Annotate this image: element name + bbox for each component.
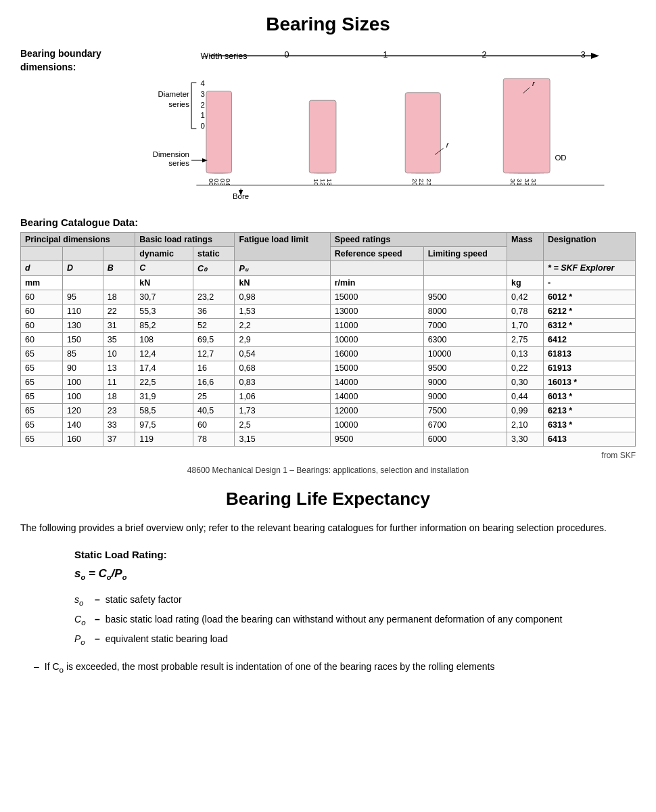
unit-rpm: r/min <box>330 276 423 290</box>
col-header-principal: Principal dimensions <box>21 233 135 247</box>
col-label-skf: * = SKF Explorer <box>544 261 636 276</box>
bearing-diagram: Width series → 0 1 2 3 Diameter series <box>135 47 636 210</box>
unit-rpm-lim <box>423 276 507 290</box>
col-sub-ref-speed: Reference speed <box>330 247 423 261</box>
svg-text:3: 3 <box>201 90 205 98</box>
course-note: 48600 Mechanical Design 1 – Bearings: ap… <box>20 466 636 475</box>
unit-kN-C0 <box>193 276 234 290</box>
static-load-heading: Static Load Rating: <box>74 549 636 560</box>
col-sub-d <box>21 247 63 261</box>
life-title: Bearing Life Expectancy <box>20 489 636 510</box>
col-label-d: d <box>21 261 63 276</box>
table-row: 651001831,9251,061400090000,446013 * <box>21 390 636 404</box>
col-label-refspeed <box>330 261 423 276</box>
col-header-load: Basic load ratings <box>135 233 235 247</box>
svg-text:OD: OD <box>555 154 566 162</box>
unit-kN-Pu: kN <box>235 276 330 290</box>
svg-rect-40 <box>503 78 550 173</box>
life-intro: The following provides a brief overview … <box>20 520 636 535</box>
svg-text:Dimension: Dimension <box>153 150 189 158</box>
svg-text:1: 1 <box>383 50 388 60</box>
unit-mm-d: mm <box>21 276 63 290</box>
table-row: 651202358,540,51,731200075000,996213 * <box>21 404 636 418</box>
table-row: 60951830,723,20,981500095000,426012 * <box>21 290 636 304</box>
svg-text:series: series <box>168 159 189 167</box>
svg-text:0: 0 <box>284 50 289 60</box>
col-header-designation: Designation <box>544 233 636 261</box>
svg-text:2: 2 <box>201 101 205 109</box>
svg-text:r: r <box>446 141 450 149</box>
conclusion-point: – If Co is exceeded, the most probable r… <box>20 659 636 676</box>
col-label-C0: C₀ <box>193 261 234 276</box>
source-note: from SKF <box>20 451 636 460</box>
bearing-boundary-label: Bearing boundary dimensions: <box>20 47 128 74</box>
svg-text:series: series <box>168 100 189 108</box>
table-row: 651001122,516,60,831400090000,3016013 * <box>21 376 636 390</box>
table-row: 601303185,2522,21100070001,706312 * <box>21 319 636 333</box>
svg-rect-20 <box>206 91 232 173</box>
unit-kg: kg <box>507 276 544 290</box>
formula-display: so = Co/Po <box>74 567 636 581</box>
svg-text:2: 2 <box>482 50 487 60</box>
col-sub-lim-speed: Limiting speed <box>423 247 507 261</box>
table-row: 651403397,5602,51000067002,106313 * <box>21 418 636 432</box>
col-label-D: D <box>63 261 103 276</box>
svg-rect-33 <box>405 93 440 173</box>
svg-rect-27 <box>309 100 336 173</box>
col-header-mass: Mass <box>507 233 544 261</box>
col-sub-B <box>103 247 135 261</box>
svg-text:3: 3 <box>581 50 586 60</box>
col-label-B: B <box>103 261 135 276</box>
col-header-speed: Speed ratings <box>330 233 507 247</box>
table-row: 601102255,3361,531300080000,786212 * <box>21 304 636 319</box>
svg-text:0: 0 <box>201 122 205 130</box>
bearing-table: Principal dimensions Basic load ratings … <box>20 232 636 447</box>
svg-text:Diameter: Diameter <box>158 90 189 98</box>
table-row: 6516037119783,15950060003,306413 <box>21 432 636 447</box>
svg-text:4: 4 <box>201 79 206 87</box>
unit-mm-D <box>63 276 103 290</box>
col-label-mass <box>507 261 544 276</box>
col-sub-dynamic: dynamic <box>135 247 193 261</box>
table-row: 601503510869,52,91000063002,756412 <box>21 333 636 347</box>
col-label-C: C <box>135 261 193 276</box>
unit-mm-B <box>103 276 135 290</box>
col-label-limspeed <box>423 261 507 276</box>
unit-kN-C: kN <box>135 276 193 290</box>
bearing-diagram-svg: Width series → 0 1 2 3 Diameter series <box>135 47 636 210</box>
col-label-Pu: Pᵤ <box>235 261 330 276</box>
catalogue-heading: Bearing Catalogue Data: <box>20 217 636 228</box>
col-header-fatigue: Fatigue load limit <box>235 233 330 261</box>
page-main-title: Bearing Sizes <box>20 14 636 35</box>
bullet-item-so: so – static safety factor <box>74 593 636 608</box>
table-row: 65901317,4160,681500095000,2261913 <box>21 361 636 376</box>
bullet-item-po: Po – equivalent static bearing load <box>74 632 636 648</box>
table-row: 65851012,412,70,5416000100000,1361813 <box>21 347 636 361</box>
bullet-item-co: Co – basic static load rating (load the … <box>74 612 636 628</box>
unit-dash: - <box>544 276 636 290</box>
svg-text:1: 1 <box>201 111 205 119</box>
bullet-list: so – static safety factor Co – basic sta… <box>74 593 636 648</box>
bearing-boundary-section: Bearing boundary dimensions: Width serie… <box>20 47 636 210</box>
col-sub-static: static <box>193 247 234 261</box>
col-sub-D <box>63 247 103 261</box>
svg-text:→: → <box>201 51 210 61</box>
